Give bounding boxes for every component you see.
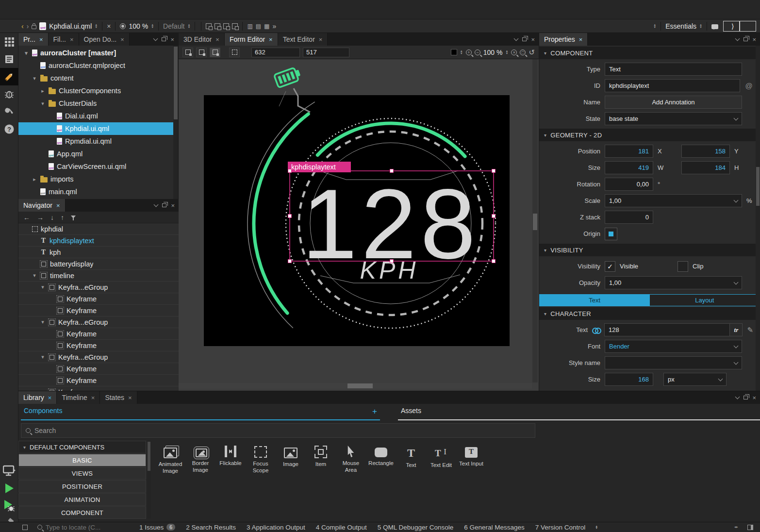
style-selector[interactable]: Default — [163, 22, 184, 30]
navigator-tree-item[interactable]: Keyframe — [18, 363, 179, 375]
close-icon[interactable]: × — [319, 36, 323, 43]
move-down-icon[interactable]: ↓ — [50, 214, 54, 221]
width-field[interactable]: 419 — [605, 161, 653, 174]
editor-mode-icon[interactable] — [0, 50, 18, 68]
clip-checkbox[interactable] — [677, 261, 688, 272]
close-icon[interactable]: × — [56, 202, 60, 209]
reset-view-icon[interactable]: ↺ — [529, 48, 535, 57]
run-icon[interactable] — [0, 480, 18, 497]
close-document-icon[interactable]: × — [107, 23, 111, 30]
bottom-tab[interactable]: Timeline× — [57, 391, 100, 404]
type-field[interactable]: Text — [605, 63, 742, 76]
chevron-down-icon[interactable] — [735, 395, 740, 399]
font-size-field[interactable]: 168 — [605, 373, 653, 386]
bottom-tab[interactable]: Library× — [18, 391, 57, 404]
zoom-selection-icon[interactable]: □ — [520, 50, 526, 55]
component-item[interactable]: Text Input — [456, 444, 486, 467]
canvas-zoom-level[interactable]: 100 % — [483, 49, 503, 56]
properties-scrollbar[interactable] — [756, 46, 760, 391]
translate-button[interactable]: tr — [729, 323, 743, 336]
expand-arrow[interactable]: ▾ — [23, 50, 29, 56]
project-tree-scrollbar[interactable] — [173, 46, 178, 199]
menu-item[interactable] — [39, 8, 50, 12]
output-pane-button[interactable]: 2 Search Results — [186, 524, 236, 531]
binding-link-icon[interactable] — [592, 328, 600, 332]
project-tree-item[interactable]: ▾ auroraCluster [master] — [18, 47, 174, 59]
copy-icon[interactable] — [206, 23, 212, 29]
output-pane-button[interactable]: 5 QML Debugger Console — [378, 524, 453, 531]
breadcrumb-item[interactable] — [723, 21, 740, 32]
apps-icon[interactable] — [0, 33, 18, 50]
panel-tab[interactable]: Fil...× — [49, 33, 79, 46]
close-icon[interactable]: × — [48, 394, 52, 401]
expand-arrow[interactable]: ▾ — [40, 354, 46, 360]
opacity-field[interactable]: 1,00 — [605, 276, 742, 289]
open-file-selector[interactable]: Kphdial.ui.qml — [49, 22, 92, 30]
project-tree-item[interactable]: Dial.ui.qml — [18, 110, 174, 122]
project-tree-item[interactable]: Rpmdial.ui.qml — [18, 135, 174, 148]
expand-arrow[interactable]: ▸ — [32, 176, 37, 183]
navigator-tree-item[interactable]: ▾ Keyfra... — [18, 386, 179, 391]
view-rows-icon[interactable]: ▤ — [256, 23, 261, 30]
paste-icon[interactable] — [215, 23, 220, 29]
forward-icon[interactable]: › — [27, 23, 29, 30]
zoom-in-icon[interactable]: + — [466, 50, 472, 55]
expand-arrow[interactable]: ▾ — [40, 100, 46, 107]
y-field[interactable]: 158 — [681, 145, 730, 158]
toggle-output-icon[interactable] — [22, 525, 28, 530]
height-field[interactable]: 184 — [681, 161, 730, 174]
locator-input[interactable] — [46, 524, 118, 531]
navigator-tree-item[interactable]: Keyframe — [18, 293, 179, 305]
project-tree-item[interactable]: ▸ ClusterComponents — [18, 84, 174, 97]
float-panel-icon[interactable] — [743, 37, 748, 41]
navigator-tree-item[interactable]: ▾ Keyfra...eGroup — [18, 351, 179, 363]
default-components-header[interactable]: ▾DEFAULT COMPONENTS — [18, 441, 146, 453]
add-component-button[interactable]: + — [372, 407, 377, 416]
style-spinner[interactable]: ▲▼ — [187, 24, 190, 28]
size-unit-dropdown[interactable]: px — [663, 373, 727, 386]
close-icon[interactable]: × — [269, 36, 273, 43]
navigator-tree-item[interactable]: ▾ Keyfra...eGroup — [18, 282, 179, 293]
help-icon[interactable]: ? — [0, 120, 18, 138]
panel-tab[interactable]: Pr...× — [18, 33, 49, 46]
expand-arrow[interactable]: ▾ — [40, 284, 46, 290]
navigator-tree-item[interactable]: kphdial — [18, 223, 179, 235]
expand-arrow[interactable]: ▾ — [40, 319, 46, 325]
back-icon[interactable]: ‹ — [21, 23, 24, 30]
zoom-all-icon[interactable]: × — [511, 50, 517, 55]
root-width-field[interactable] — [251, 48, 300, 57]
category-button[interactable]: BASIC — [18, 454, 146, 466]
expand-arrow[interactable]: ▾ — [32, 75, 37, 82]
project-tree-item[interactable]: ▸ imports — [18, 173, 174, 185]
debug-mode-icon[interactable] — [0, 85, 18, 103]
no-snapping-icon[interactable] — [182, 48, 193, 57]
close-icon[interactable]: × — [91, 394, 95, 401]
float-panel-icon[interactable] — [743, 396, 748, 399]
design-mode-icon[interactable] — [0, 68, 18, 85]
rotation-field[interactable]: 0,00 — [605, 178, 653, 191]
close-icon[interactable]: × — [752, 36, 756, 43]
navigator-tab[interactable]: Navigator× — [18, 199, 66, 212]
move-left-icon[interactable]: ← — [23, 214, 30, 221]
navigator-tree-item[interactable]: Keyframe — [18, 340, 179, 351]
project-tree-item[interactable]: ▾ content — [18, 72, 174, 84]
project-tree-item[interactable]: auroraCluster.qmlproject — [18, 59, 174, 72]
tools-wrench-icon[interactable] — [0, 103, 18, 120]
kit-selector[interactable]: Essentials — [665, 22, 696, 30]
color-spinner[interactable]: ▲▼ — [460, 50, 463, 54]
zoom-spinner[interactable]: ▲▼ — [151, 24, 154, 28]
close-icon[interactable]: × — [39, 36, 43, 43]
project-tree-item[interactable]: Kphdial.ui.qml — [18, 122, 174, 135]
scale-field[interactable]: 1,00 — [605, 194, 742, 207]
close-icon[interactable]: × — [170, 36, 174, 43]
zoom-out-icon[interactable]: − — [475, 50, 480, 55]
move-right-icon[interactable]: → — [37, 214, 44, 221]
menu-item[interactable] — [28, 8, 39, 12]
close-icon[interactable]: × — [579, 36, 583, 43]
pane-spinner[interactable]: ▲▼ — [595, 525, 598, 529]
canvas-horizontal-scrollbar[interactable] — [179, 383, 532, 389]
kit-monitor-icon[interactable] — [0, 462, 18, 480]
snap-anchors-icon[interactable] — [196, 48, 207, 57]
menu-item[interactable] — [17, 8, 28, 12]
toggle-sidebar-icon[interactable] — [747, 525, 753, 530]
